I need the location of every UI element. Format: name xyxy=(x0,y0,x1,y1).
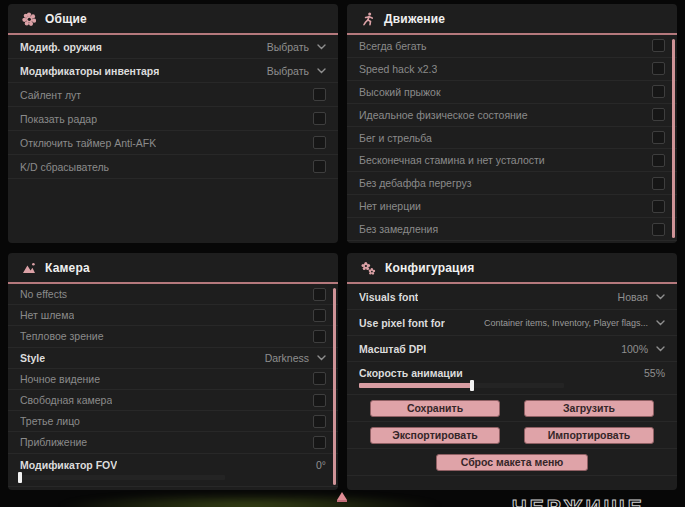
setting-row: Отключить таймер Anti-AFK xyxy=(8,131,338,155)
dropdown[interactable]: Новая xyxy=(618,291,665,303)
dropdown[interactable]: Выбрать xyxy=(267,41,326,53)
dropdown[interactable]: 100% xyxy=(621,343,665,355)
scrollbar[interactable] xyxy=(333,288,336,485)
checkbox[interactable] xyxy=(652,108,665,121)
panel-config: Конфигурация Visuals font Новая Use pixe… xyxy=(347,253,677,490)
dropdown-value: Выбрать xyxy=(267,41,309,53)
checkbox[interactable] xyxy=(313,112,326,125)
slider-track[interactable] xyxy=(20,475,225,480)
scrollbar[interactable] xyxy=(672,39,675,238)
panel-general: Общие Модиф. оружия Выбрать Модификаторы… xyxy=(8,4,338,243)
reset-menu-layout-button[interactable]: Сброс макета меню xyxy=(436,454,588,471)
setting-row: K/D сбрасыватель xyxy=(8,155,338,179)
chevron-down-icon xyxy=(656,320,665,326)
checkbox[interactable] xyxy=(652,177,665,190)
panel-header[interactable]: Камера xyxy=(8,253,338,284)
checkbox[interactable] xyxy=(313,309,326,322)
checkbox[interactable] xyxy=(652,154,665,167)
dropdown-value: Darkness xyxy=(265,352,309,364)
setting-row: Бесконечная стамина и нет усталости xyxy=(347,149,677,172)
setting-label: Модиф. оружия xyxy=(20,41,102,53)
slider-handle[interactable] xyxy=(18,472,22,483)
checkbox[interactable] xyxy=(313,436,326,449)
chevron-down-icon xyxy=(317,68,326,74)
panel-header[interactable]: Общие xyxy=(8,4,338,35)
setting-label: Без дебаффа перегруз xyxy=(359,177,472,189)
setting-label: Всегда бегать xyxy=(359,40,427,52)
panel-body: Visuals font Новая Use pixel font for Co… xyxy=(347,284,677,476)
export-button[interactable]: Экспортировать xyxy=(370,427,500,444)
panel-movement: Движение Всегда бегать Speed hack x2.3 В… xyxy=(347,4,677,243)
panel-body: No effects Нет шлема Тепловое зрение Sty… xyxy=(8,284,338,487)
chevron-down-icon xyxy=(656,294,665,300)
checkbox[interactable] xyxy=(652,85,665,98)
import-button[interactable]: Импортировать xyxy=(524,427,654,444)
checkbox[interactable] xyxy=(313,415,326,428)
fov-slider-row: Модификатор FOV 0° xyxy=(8,454,338,487)
slider-caption: Модификатор FOV 0° xyxy=(20,457,326,473)
slider-track[interactable] xyxy=(359,383,564,388)
setting-label: Use pixel font for xyxy=(359,317,445,329)
checkbox[interactable] xyxy=(313,330,326,343)
setting-label: Третье лицо xyxy=(20,415,80,427)
dropdown-value: Новая xyxy=(618,291,648,303)
setting-label: Ночное видение xyxy=(20,373,100,385)
save-button[interactable]: Сохранить xyxy=(370,400,500,417)
checkbox[interactable] xyxy=(313,288,326,301)
setting-label: Speed hack x2.3 xyxy=(359,63,437,75)
load-button[interactable]: Загрузить xyxy=(524,400,654,417)
setting-row: Масштаб DPI 100% xyxy=(347,336,677,362)
chevron-down-icon xyxy=(317,355,326,361)
setting-row: Без дебаффа перегруз xyxy=(347,172,677,195)
checkbox[interactable] xyxy=(652,131,665,144)
setting-label: Без замедления xyxy=(359,223,438,235)
dropdown-value: 100% xyxy=(621,343,648,355)
dropdown-value: Выбрать xyxy=(267,65,309,77)
animation-speed-slider-row: Скорость анимации 55% xyxy=(347,362,677,395)
setting-row: Нет шлема xyxy=(8,305,338,326)
panel-header[interactable]: Конфигурация xyxy=(347,253,677,284)
slider-value: 55% xyxy=(644,367,665,379)
setting-label: Бег и стрельба xyxy=(359,132,432,144)
setting-row: Visuals font Новая xyxy=(347,284,677,310)
checkbox[interactable] xyxy=(652,200,665,213)
map-marker-icon xyxy=(337,492,347,500)
setting-label: Идеальное физическое состояние xyxy=(359,109,528,121)
slider-handle[interactable] xyxy=(470,380,474,391)
setting-label: K/D сбрасыватель xyxy=(20,161,109,173)
slider-caption: Скорость анимации 55% xyxy=(359,365,665,381)
setting-label: Приближение xyxy=(20,436,87,448)
setting-label: Свободная камера xyxy=(20,394,112,406)
setting-row: Третье лицо xyxy=(8,411,338,432)
checkbox[interactable] xyxy=(652,39,665,52)
checkbox[interactable] xyxy=(313,394,326,407)
dropdown-value: Container items, Inventory, Player flags… xyxy=(484,318,648,328)
checkbox[interactable] xyxy=(652,223,665,236)
chevron-down-icon xyxy=(317,44,326,50)
setting-row: Высокий прыжок xyxy=(347,81,677,104)
dropdown[interactable]: Darkness xyxy=(265,352,326,364)
setting-row: No effects xyxy=(8,284,338,305)
game-watermark-text: ЧЕРЖИШЕ xyxy=(512,495,645,507)
runner-icon xyxy=(361,12,375,26)
slider-value: 0° xyxy=(316,459,326,471)
setting-label: Нет шлема xyxy=(20,309,74,321)
checkbox[interactable] xyxy=(652,62,665,75)
panel-title: Конфигурация xyxy=(385,261,474,275)
setting-row: Модиф. оружия Выбрать xyxy=(8,35,338,59)
checkbox[interactable] xyxy=(313,372,326,385)
setting-row: Ночное видение xyxy=(8,369,338,390)
setting-label: Сайлент лут xyxy=(20,89,81,101)
setting-label: Скорость анимации xyxy=(359,367,463,379)
panel-header[interactable]: Движение xyxy=(347,4,677,35)
checkbox[interactable] xyxy=(313,88,326,101)
checkbox[interactable] xyxy=(313,136,326,149)
setting-row: Приближение xyxy=(8,432,338,453)
game-terrain-glow xyxy=(55,493,445,507)
setting-label: Модификаторы инвентаря xyxy=(20,65,159,77)
dropdown[interactable]: Container items, Inventory, Player flags… xyxy=(484,318,665,328)
button-row: Сброс макета меню xyxy=(347,449,677,476)
dropdown[interactable]: Выбрать xyxy=(267,65,326,77)
setting-label: Масштаб DPI xyxy=(359,343,426,355)
checkbox[interactable] xyxy=(313,160,326,173)
